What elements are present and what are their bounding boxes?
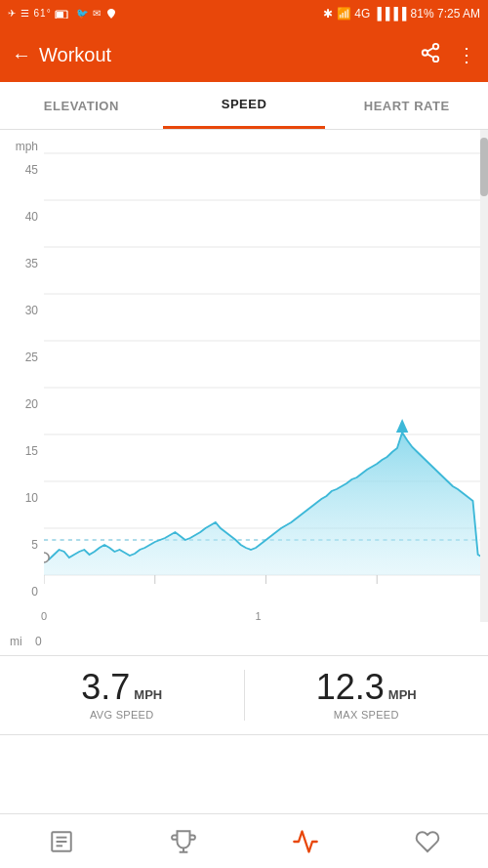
max-speed-label: MAX SPEED <box>334 709 399 721</box>
y-unit-label: mph <box>16 140 38 163</box>
tab-elevation[interactable]: ELEVATION <box>0 82 163 129</box>
nav-heart[interactable] <box>366 814 488 868</box>
y-tick-15: 15 <box>25 444 38 491</box>
y-tick-30: 30 <box>25 304 38 351</box>
heart-icon <box>415 829 440 854</box>
x-unit-label: mi <box>10 635 22 648</box>
scrollbar[interactable] <box>480 130 488 622</box>
header-right: ⋮ <box>420 42 476 68</box>
x-unit-zero: 0 <box>35 635 42 648</box>
header-left: ← Workout <box>12 44 111 66</box>
tab-speed[interactable]: SPEED <box>163 82 326 129</box>
header: ← Workout ⋮ <box>0 27 488 82</box>
speed-chart-svg <box>44 130 488 622</box>
max-speed-value: 12.3 <box>316 670 385 705</box>
share-button[interactable] <box>420 42 441 68</box>
tab-heartrate[interactable]: HEART RATE <box>325 82 488 129</box>
chart-svg <box>44 130 488 626</box>
y-tick-45: 45 <box>25 163 38 210</box>
header-title: Workout <box>39 44 111 66</box>
nav-trophy[interactable] <box>122 814 244 868</box>
x-axis-ticks: 0 1 <box>0 610 488 630</box>
tabs: ELEVATION SPEED HEART RATE <box>0 82 488 130</box>
y-tick-5: 5 <box>31 538 38 585</box>
y-tick-20: 20 <box>25 397 38 444</box>
y-axis: mph 45 40 35 30 25 20 15 10 5 0 <box>0 130 44 626</box>
max-speed-block: 12.3 MPH MAX SPEED <box>244 670 489 721</box>
status-left-icons: ✈ ☰ 61° 🐦 ✉ <box>8 8 117 20</box>
svg-rect-1 <box>57 12 63 18</box>
chart-area: mph 45 40 35 30 25 20 15 10 5 0 <box>0 130 488 626</box>
svg-line-6 <box>427 47 433 51</box>
status-icons: ✈ ☰ 61° 🐦 ✉ <box>8 8 117 20</box>
avg-speed-block: 3.7 MPH AVG SPEED <box>0 670 244 721</box>
stats-row: 3.7 MPH AVG SPEED 12.3 MPH MAX SPEED <box>0 655 488 735</box>
battery-level: 81% 7:25 AM <box>411 7 480 21</box>
more-button[interactable]: ⋮ <box>457 43 476 66</box>
y-tick-35: 35 <box>25 257 38 304</box>
max-speed-marker <box>396 419 408 433</box>
avg-speed-label: AVG SPEED <box>90 709 153 721</box>
avg-speed-value-row: 3.7 MPH <box>81 670 162 705</box>
avg-speed-value: 3.7 <box>81 670 130 705</box>
bluetooth-icon: ✱ <box>323 7 333 21</box>
max-speed-value-row: 12.3 MPH <box>316 670 417 705</box>
nav-list[interactable] <box>0 814 122 868</box>
y-tick-25: 25 <box>25 351 38 397</box>
x-tick-1: 1 <box>255 610 261 622</box>
y-tick-10: 10 <box>25 491 38 538</box>
y-tick-40: 40 <box>25 210 38 257</box>
back-button[interactable]: ← <box>12 44 31 66</box>
trophy-icon <box>171 829 196 854</box>
scrollbar-thumb[interactable] <box>480 138 488 196</box>
start-dot <box>44 553 49 562</box>
activity-icon <box>292 828 319 855</box>
nav-activity[interactable] <box>244 814 366 868</box>
status-bar: ✈ ☰ 61° 🐦 ✉ ✱ 📶 4G ▐▐▐▐ 81% 7:25 AM <box>0 0 488 27</box>
svg-line-5 <box>427 54 433 58</box>
status-right-info: ✱ 📶 4G ▐▐▐▐ 81% 7:25 AM <box>323 7 480 21</box>
x-tick-0: 0 <box>41 610 47 622</box>
max-speed-unit: MPH <box>388 687 417 702</box>
y-tick-0: 0 <box>31 585 38 608</box>
bottom-nav <box>0 813 488 868</box>
list-icon <box>49 829 74 854</box>
signal-icons: 📶 4G ▐▐▐▐ <box>337 7 407 21</box>
avg-speed-unit: MPH <box>134 687 162 702</box>
x-axis-unit-row: mi 0 <box>0 630 488 655</box>
chart-container: mph 45 40 35 30 25 20 15 10 5 0 <box>0 130 488 655</box>
